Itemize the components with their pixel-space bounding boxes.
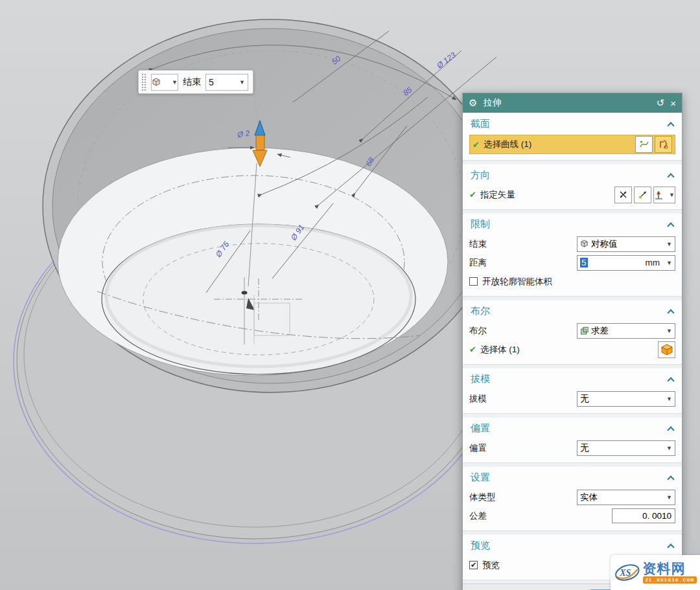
offset-group-header[interactable]: 偏置 bbox=[469, 418, 675, 438]
limits-group-header[interactable]: 限制 bbox=[469, 214, 675, 234]
application-window: 50 Ø 123 85 68 Ø 2 Ø 91 Ø 75 ▼ 结束 5 ▼ ⚙ … bbox=[0, 0, 700, 590]
preview-group-header[interactable]: 预览 bbox=[469, 535, 675, 555]
onscreen-input-toolbar: ▼ 结束 5 ▼ bbox=[138, 70, 253, 94]
dropdown-arrow-icon: ▼ bbox=[666, 445, 672, 451]
draft-dropdown[interactable]: 无 ▼ bbox=[577, 391, 675, 407]
draft-group-header[interactable]: 拔模 bbox=[469, 369, 675, 389]
section-group-title: 截面 bbox=[471, 118, 490, 130]
vector-constructor-icon bbox=[638, 190, 648, 199]
inferred-vector-button[interactable]: ▼ bbox=[653, 187, 675, 203]
offset-dropdown[interactable]: 无 ▼ bbox=[577, 440, 675, 456]
draft-field-label: 拔模 bbox=[469, 393, 487, 405]
end-label: 结束 bbox=[183, 76, 201, 88]
select-curve-label: 选择曲线 (1) bbox=[484, 139, 531, 150]
direction-group: 方向 ✔ 指定矢量 bbox=[463, 164, 682, 210]
svg-text:XS: XS bbox=[619, 567, 631, 578]
vector-dialog-button[interactable] bbox=[634, 187, 651, 203]
collapse-chevron-icon[interactable] bbox=[668, 222, 674, 227]
open-profile-checkbox[interactable] bbox=[469, 277, 478, 286]
boolean-dropdown[interactable]: 求差 ▼ bbox=[577, 323, 675, 339]
end-extent-dropdown[interactable]: 对称值 ▼ bbox=[577, 236, 675, 252]
check-icon: ✔ bbox=[469, 345, 476, 354]
sketch-icon bbox=[658, 139, 670, 150]
check-icon: ✔ bbox=[472, 140, 480, 150]
watermark-site-name: 资料网 bbox=[643, 562, 686, 575]
dropdown-arrow-icon: ▼ bbox=[666, 260, 672, 266]
collapse-chevron-icon[interactable] bbox=[668, 173, 674, 178]
end-extent-option-button[interactable]: ▼ bbox=[151, 74, 178, 91]
symmetric-cube-icon bbox=[580, 240, 589, 248]
direction-group-title: 方向 bbox=[471, 169, 490, 181]
dropdown-arrow-icon: ▼ bbox=[666, 494, 672, 501]
select-body-label: 选择体 (1) bbox=[480, 344, 520, 356]
section-group-header[interactable]: 截面 bbox=[469, 113, 675, 133]
extrude-dialog: ⚙ 拉伸 ↺ × 截面 ✔ 选择曲线 (1) bbox=[462, 93, 682, 590]
preview-label: 预览 bbox=[482, 560, 500, 571]
collapse-chevron-icon[interactable] bbox=[668, 377, 674, 382]
watermark-logo-icon: XS bbox=[614, 558, 641, 587]
boolean-field-label: 布尔 bbox=[469, 325, 487, 337]
watermark: XS 资料网 ZL.XS1616.COM bbox=[611, 555, 700, 590]
offset-value: 无 bbox=[580, 442, 589, 454]
curve-icon bbox=[639, 139, 649, 150]
close-icon[interactable]: × bbox=[670, 98, 676, 109]
select-curve-row[interactable]: ✔ 选择曲线 (1) bbox=[469, 135, 675, 154]
direction-group-header[interactable]: 方向 bbox=[469, 165, 675, 185]
end-field-label: 结束 bbox=[469, 238, 487, 250]
distance-value-selected: 5 bbox=[580, 258, 588, 267]
dialog-title-bar[interactable]: ⚙ 拉伸 ↺ × bbox=[463, 93, 682, 113]
toolbar-drag-handle[interactable] bbox=[141, 73, 146, 91]
preview-checkbox[interactable]: ✔ bbox=[469, 561, 478, 569]
dropdown-arrow-icon: ▼ bbox=[666, 241, 672, 247]
boolean-group-title: 布尔 bbox=[471, 305, 490, 317]
check-icon: ✔ bbox=[469, 190, 476, 199]
subtract-icon bbox=[580, 326, 589, 335]
tolerance-value: 0. 0010 bbox=[642, 511, 671, 521]
dialog-title: 拉伸 bbox=[483, 97, 501, 109]
offset-group-title: 偏置 bbox=[471, 422, 490, 435]
gear-icon: ⚙ bbox=[469, 97, 477, 109]
watermark-site-url: ZL.XS1616.COM bbox=[643, 576, 697, 584]
section-group: 截面 ✔ 选择曲线 (1) bbox=[463, 113, 682, 161]
specify-vector-row: ✔ 指定矢量 bbox=[469, 186, 675, 203]
offset-field-label: 偏置 bbox=[469, 442, 487, 454]
distance-field-label: 距离 bbox=[469, 257, 487, 269]
select-body-button[interactable] bbox=[658, 341, 675, 358]
reverse-direction-button[interactable] bbox=[614, 187, 632, 203]
offset-group: 偏置 偏置 无 ▼ bbox=[463, 417, 682, 463]
collapse-chevron-icon[interactable] bbox=[668, 309, 674, 314]
boolean-group: 布尔 布尔 求差 ▼ ✔ 选择体 (1) bbox=[463, 300, 682, 365]
end-distance-value: 5 bbox=[209, 77, 214, 87]
dropdown-arrow-icon: ▼ bbox=[669, 192, 675, 198]
collapse-chevron-icon[interactable] bbox=[668, 543, 674, 549]
tolerance-input[interactable]: 0. 0010 bbox=[612, 508, 675, 523]
tolerance-label: 公差 bbox=[469, 510, 487, 522]
settings-group-title: 设置 bbox=[471, 471, 490, 484]
preview-group-title: 预览 bbox=[471, 539, 490, 552]
boolean-value: 求差 bbox=[591, 325, 609, 337]
open-profile-row[interactable]: 开放轮廓智能体积 bbox=[469, 273, 675, 290]
dropdown-arrow-icon: ▼ bbox=[666, 328, 672, 334]
solid-body-cube-icon bbox=[660, 343, 673, 356]
settings-group-header[interactable]: 设置 bbox=[469, 467, 675, 487]
curve-rule-button[interactable] bbox=[635, 136, 653, 153]
crossed-arrows-icon bbox=[618, 190, 628, 199]
dropdown-arrow-icon: ▼ bbox=[172, 79, 178, 85]
collapse-chevron-icon[interactable] bbox=[668, 475, 674, 481]
open-profile-label: 开放轮廓智能体积 bbox=[482, 276, 552, 288]
settings-group: 设置 体类型 实体 ▼ 公差 0. 0010 bbox=[463, 466, 682, 531]
distance-unit: mm bbox=[646, 258, 660, 267]
dropdown-arrow-icon: ▼ bbox=[666, 396, 672, 402]
reset-icon[interactable]: ↺ bbox=[657, 97, 665, 109]
cube-icon bbox=[152, 78, 161, 87]
distance-input[interactable]: 5 mm ▼ bbox=[577, 255, 675, 271]
collapse-chevron-icon[interactable] bbox=[668, 122, 674, 127]
sketch-section-button[interactable] bbox=[655, 136, 672, 153]
body-type-dropdown[interactable]: 实体 ▼ bbox=[577, 490, 675, 505]
end-distance-combo[interactable]: 5 ▼ bbox=[205, 74, 248, 91]
body-type-label: 体类型 bbox=[469, 492, 496, 503]
body-type-value: 实体 bbox=[580, 492, 598, 503]
inferred-vector-icon bbox=[654, 190, 664, 199]
boolean-group-header[interactable]: 布尔 bbox=[469, 301, 675, 321]
collapse-chevron-icon[interactable] bbox=[668, 426, 674, 431]
